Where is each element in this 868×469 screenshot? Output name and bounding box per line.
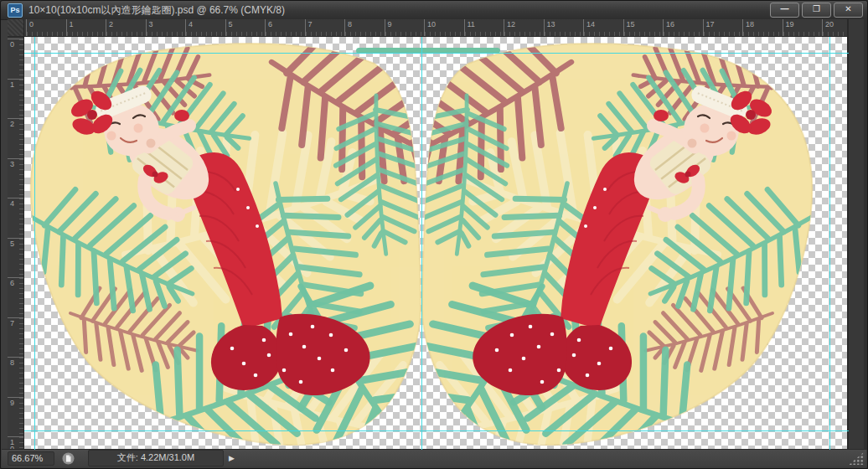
guide-horizontal[interactable] [24, 53, 849, 54]
ruler-tick: 3 [8, 158, 23, 198]
ruler-tick: 7 [305, 19, 345, 36]
ruler-tick: 10 [424, 19, 464, 36]
ruler-tick: 12 [504, 19, 544, 36]
ruler-tick: 17 [703, 19, 743, 36]
ruler-tick: 8 [344, 19, 385, 36]
ruler-tick: 4 [8, 198, 23, 238]
ruler-origin-box[interactable] [8, 19, 24, 37]
artwork [24, 37, 849, 449]
status-menu-arrow-icon[interactable]: ▶ [229, 454, 235, 462]
guide-vertical[interactable] [829, 37, 830, 450]
photoshop-document-window: Ps 10×10(10x10cm以內造形鑰匙圈).psd @ 66.7% (CM… [0, 0, 868, 469]
guide-vertical[interactable] [421, 37, 422, 450]
document-size-field[interactable]: 文件: 4.22M/31.0M [88, 450, 224, 466]
ruler-tick: 11 [464, 19, 504, 36]
vertical-ruler[interactable]: 012345678910 [8, 37, 24, 450]
window-controls: — ❐ ✕ [770, 3, 863, 18]
ruler-tick: 7 [8, 317, 23, 358]
guide-horizontal[interactable] [24, 430, 849, 431]
photoshop-app-icon: Ps [8, 3, 23, 18]
ruler-tick: 9 [8, 397, 23, 437]
zoom-level-field[interactable]: 66.67% [8, 451, 54, 466]
close-button[interactable]: ✕ [834, 3, 863, 18]
title-bar[interactable]: Ps 10×10(10x10cm以內造形鑰匙圈).psd @ 66.7% (CM… [1, 1, 867, 20]
ruler-tick: 16 [663, 19, 703, 36]
ruler-tick: 2 [8, 118, 23, 158]
ruler-tick: 8 [8, 357, 23, 397]
ruler-tick: 5 [225, 19, 266, 36]
ruler-tick: 2 [106, 19, 146, 36]
window-right-frame [847, 19, 867, 450]
document-title: 10×10(10x10cm以內造形鑰匙圈).psd @ 66.7% (CMYK/… [28, 3, 285, 18]
horizontal-ruler[interactable]: 01234567891011121314151617181920 [24, 19, 849, 37]
guide-vertical[interactable] [34, 37, 35, 450]
ruler-tick: 9 [385, 19, 425, 36]
ruler-tick: 13 [544, 19, 584, 36]
ruler-tick: 18 [742, 19, 783, 36]
canvas-viewport[interactable] [24, 37, 849, 450]
ruler-tick: 15 [623, 19, 664, 36]
ruler-tick: 1 [8, 79, 23, 119]
status-bar: 66.67% 文件: 4.22M/31.0M ▶ [2, 449, 866, 466]
ruler-tick: 6 [8, 277, 23, 317]
ruler-tick: 10 [8, 436, 23, 450]
ruler-tick: 19 [783, 19, 823, 36]
ruler-tick: 5 [8, 238, 23, 278]
ruler-tick: 6 [265, 19, 305, 36]
ruler-tick: 1 [66, 19, 106, 36]
ruler-tick: 0 [26, 19, 66, 36]
ruler-tick: 14 [583, 19, 623, 36]
ruler-tick: 0 [8, 39, 23, 79]
minimize-button[interactable]: — [770, 3, 799, 18]
ruler-tick: 20 [822, 19, 849, 36]
ruler-tick: 4 [185, 19, 225, 36]
document-status-icon [62, 452, 75, 465]
ruler-tick: 3 [146, 19, 186, 36]
maximize-button[interactable]: ❐ [802, 3, 831, 18]
